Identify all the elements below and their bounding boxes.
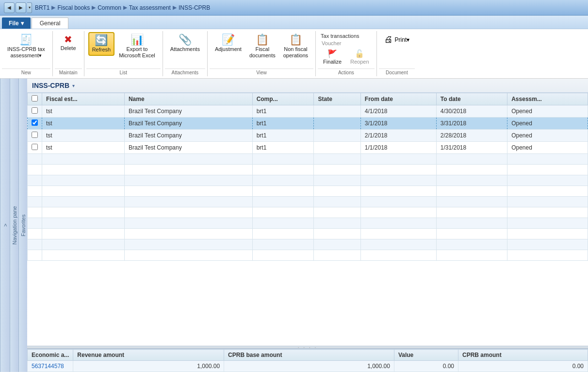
print-button[interactable]: 🖨 Print▾	[381, 32, 413, 47]
row-checkbox-cell	[28, 142, 42, 154]
breadcrumb-sep-1: ▶	[51, 4, 55, 11]
cell-revenue-amount: 1,000.00	[73, 361, 224, 372]
cell-state	[314, 130, 360, 142]
cell-assessment: Opened	[507, 118, 588, 130]
economic-activity-link[interactable]: 5637144578	[32, 363, 64, 370]
fiscal-docs-icon: 📋	[256, 34, 269, 45]
adjustment-button[interactable]: 📝 Adjustment	[212, 32, 245, 55]
row-checkbox[interactable]	[32, 144, 38, 150]
table-row[interactable]: tst Brazil Test Company brt1 2/1/2018 2/…	[28, 130, 588, 142]
view-group-label: View	[210, 68, 313, 76]
back-button[interactable]: ◀	[4, 2, 15, 13]
breadcrumb-item-3[interactable]: Common	[98, 4, 121, 11]
title-bar: ◀ ▶ ▾ BRT1 ▶ Fiscal books ▶ Common ▶ Tax…	[0, 0, 588, 16]
cell-from-date: 3/1/2018	[360, 118, 436, 130]
nav-dropdown-button[interactable]: ▾	[27, 2, 32, 13]
cell-assessment: Opened	[507, 105, 588, 118]
content-header: INSS-CPRB ▾	[27, 79, 588, 93]
cell-fiscal-est: tst	[42, 142, 125, 154]
empty-row	[28, 186, 588, 197]
row-checkbox[interactable]	[32, 119, 38, 126]
col-name[interactable]: Name	[124, 93, 252, 105]
col-fiscal-est[interactable]: Fiscal est...	[42, 93, 125, 105]
finalize-icon: 🚩	[327, 50, 337, 58]
table-row[interactable]: tst Brazil Test Company brt1 4/1/2018 4/…	[28, 105, 588, 118]
insscprb-tax-assessment-button[interactable]: 🧾 INSS-CPRB taxassessment▾	[4, 32, 49, 61]
finalize-button[interactable]: 🚩 Finalize	[320, 48, 345, 68]
print-row: 🖨 Print▾	[384, 34, 410, 45]
cell-from-date: 1/1/2018	[360, 142, 436, 154]
cell-fiscal-est: tst	[42, 130, 125, 142]
maintain-buttons: ✖ Delete	[55, 31, 82, 68]
cell-fiscal-est: tst	[42, 105, 125, 118]
bottom-body: 5637144578 1,000.00 1,000.00 0.00 0.00	[28, 361, 588, 372]
bottom-col-cprb-amount[interactable]: CPRB amount	[458, 350, 588, 361]
row-checkbox-cell	[28, 118, 42, 130]
non-fiscal-operations-button[interactable]: 📋 Non fiscaloperations	[280, 32, 311, 61]
row-checkbox[interactable]	[32, 107, 38, 114]
file-dropdown-icon: ▾	[21, 20, 24, 27]
fiscal-documents-button[interactable]: 📋 Fiscaldocuments	[246, 32, 279, 61]
title-dropdown-button[interactable]: ▾	[72, 83, 75, 88]
attachments-group-label: Attachments	[165, 68, 205, 76]
cell-to-date: 4/30/2018	[436, 105, 507, 118]
breadcrumb-item-2[interactable]: Fiscal books	[57, 4, 90, 11]
cell-from-date: 4/1/2018	[360, 105, 436, 118]
breadcrumb-sep-4: ▶	[173, 4, 177, 11]
bottom-header-row: Economic a... Revenue amount CPRB base a…	[28, 350, 588, 361]
document-buttons: 🖨 Print▾	[379, 31, 415, 68]
row-checkbox-cell	[28, 130, 42, 142]
refresh-button[interactable]: 🔄 Refresh	[88, 32, 115, 56]
ribbon-group-actions: Tax transactions Voucher 🚩 Finalize 🔓 Re…	[316, 31, 376, 76]
bottom-col-cprb-base[interactable]: CPRB base amount	[224, 350, 394, 361]
favorites-panel-label[interactable]: Favorites	[18, 79, 27, 372]
adjustment-icon: 📝	[222, 34, 235, 45]
bottom-col-value[interactable]: Value	[394, 350, 458, 361]
new-buttons: 🧾 INSS-CPRB taxassessment▾	[2, 31, 50, 68]
ribbon-group-attachments: 📎 Attachments Attachments	[163, 31, 208, 76]
ribbon-group-list: 🔄 Refresh 📊 Export toMicrosoft Excel Lis…	[84, 31, 163, 76]
voucher-label: Voucher	[320, 40, 372, 47]
page-title: INSS-CPRB	[32, 82, 69, 89]
navigation-pane-label[interactable]: Navigation pane	[10, 79, 18, 372]
col-from-date[interactable]: From date	[360, 93, 436, 105]
tax-transactions-label: Tax transactions	[318, 31, 374, 40]
export-label: Export toMicrosoft Excel	[119, 46, 155, 59]
bottom-grid: Economic a... Revenue amount CPRB base a…	[27, 349, 588, 372]
col-comp[interactable]: Comp...	[252, 93, 314, 105]
document-group-label: Document	[379, 68, 415, 76]
tab-file[interactable]: File ▾	[2, 17, 31, 29]
adjustment-label: Adjustment	[215, 46, 242, 52]
breadcrumb-item-5[interactable]: INSS-CPRB	[179, 4, 210, 11]
forward-button[interactable]: ▶	[16, 2, 26, 13]
attachments-button[interactable]: 📎 Attachments	[167, 32, 203, 55]
table-row[interactable]: tst Brazil Test Company brt1 1/1/2018 1/…	[28, 142, 588, 154]
col-state[interactable]: State	[314, 93, 360, 105]
row-checkbox[interactable]	[32, 132, 38, 138]
tab-general[interactable]: General	[32, 17, 69, 29]
content-area: > Navigation pane Favorites INSS-CPRB ▾	[0, 79, 588, 372]
col-to-date[interactable]: To date	[436, 93, 507, 105]
empty-row	[28, 165, 588, 175]
grid-container[interactable]: Fiscal est... Name Comp... State From da…	[27, 93, 588, 346]
view-buttons: 📝 Adjustment 📋 Fiscaldocuments 📋 Non fis…	[210, 31, 313, 68]
maintain-group-label: Maintain	[55, 68, 82, 76]
breadcrumb-item-1[interactable]: BRT1	[35, 4, 49, 11]
bottom-col-revenue[interactable]: Revenue amount	[73, 350, 224, 361]
bottom-col-economic[interactable]: Economic a...	[28, 350, 73, 361]
row-checkbox-cell	[28, 105, 42, 118]
cell-fiscal-est: tst	[42, 118, 125, 130]
table-body: tst Brazil Test Company brt1 4/1/2018 4/…	[28, 105, 588, 261]
cell-comp: brt1	[252, 118, 314, 130]
select-all-checkbox[interactable]	[32, 95, 38, 101]
delete-button[interactable]: ✖ Delete	[57, 32, 80, 54]
ribbon-group-maintain: ✖ Delete Maintain	[53, 31, 84, 76]
empty-row	[28, 175, 588, 186]
reopen-button[interactable]: 🔓 Reopen	[347, 48, 373, 68]
attachments-label: Attachments	[170, 46, 200, 52]
col-assessment[interactable]: Assessm...	[507, 93, 588, 105]
export-excel-button[interactable]: 📊 Export toMicrosoft Excel	[115, 32, 159, 61]
table-row[interactable]: tst Brazil Test Company brt1 3/1/2018 3/…	[28, 118, 588, 130]
collapse-panel-button[interactable]: >	[0, 79, 10, 372]
breadcrumb-item-4[interactable]: Tax assessment	[129, 4, 171, 11]
